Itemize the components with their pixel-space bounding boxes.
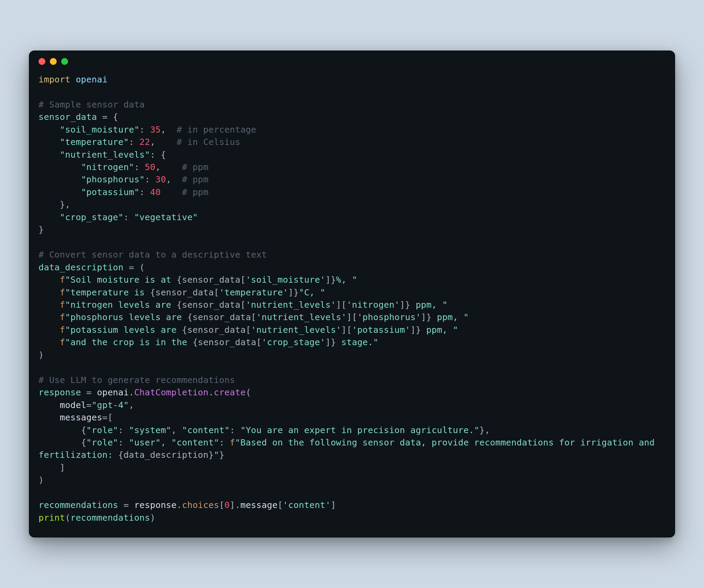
module-openai: openai [76, 74, 108, 84]
minimize-icon[interactable] [50, 58, 57, 65]
comment: # Use LLM to generate recommendations [38, 375, 235, 385]
var-sensor-data: sensor_data [38, 112, 97, 122]
var-recommendations: recommendations [38, 500, 118, 510]
comment: # Sample sensor data [38, 99, 145, 110]
code-window: import openai # Sample sensor data senso… [29, 50, 675, 538]
var-response: response [38, 387, 81, 397]
close-icon[interactable] [38, 58, 45, 65]
var-data-description: data_description [38, 262, 123, 272]
maximize-icon[interactable] [61, 58, 68, 65]
keyword-import: import [38, 74, 70, 84]
titlebar [29, 50, 675, 67]
code-block: import openai # Sample sensor data senso… [29, 67, 675, 538]
comment: # Convert sensor data to a descriptive t… [38, 249, 267, 260]
fn-print: print [38, 512, 65, 523]
